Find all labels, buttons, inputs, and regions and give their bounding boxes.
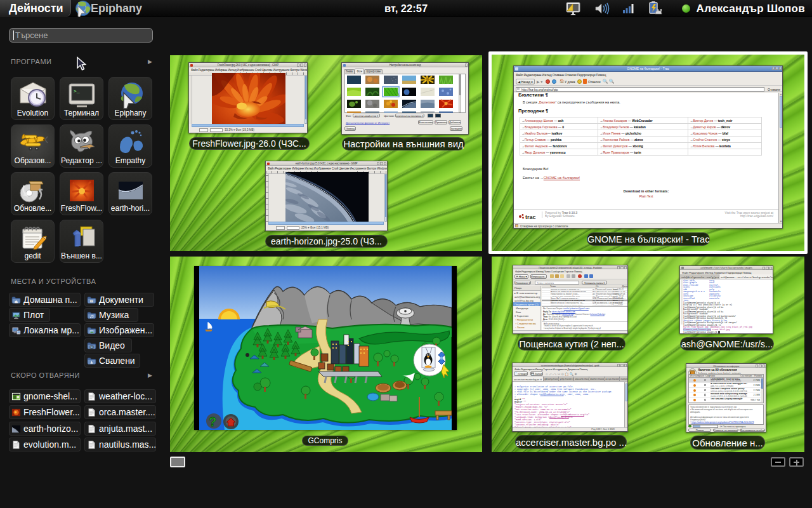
svg-text:trac: trac xyxy=(525,214,536,220)
svg-text:?: ? xyxy=(209,415,216,429)
svg-text:>_: >_ xyxy=(74,88,80,94)
